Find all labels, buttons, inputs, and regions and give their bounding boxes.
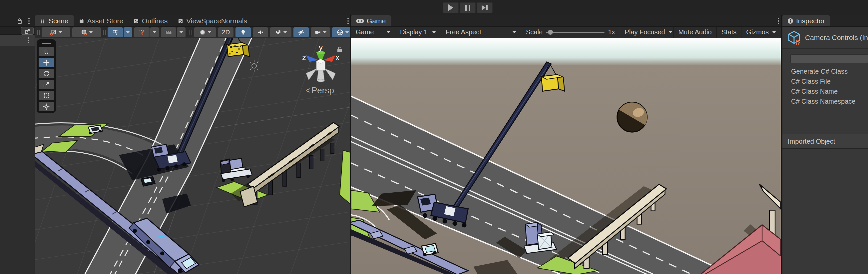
scene-panel-menu-icon[interactable] bbox=[346, 16, 350, 26]
tab-viewspacenormals[interactable]: ViewSpaceNormals bbox=[173, 15, 252, 26]
play-focused-dropdown[interactable]: Play Focused bbox=[620, 27, 674, 38]
script-asset-icon: {} bbox=[786, 30, 802, 45]
panel-menu-icon[interactable] bbox=[27, 16, 31, 26]
2d-button[interactable]: 2D bbox=[218, 27, 234, 37]
snap-increment-dropdown[interactable] bbox=[177, 27, 186, 37]
property-label: C# Class File bbox=[791, 78, 831, 85]
move-icon bbox=[43, 59, 50, 66]
2d-label: 2D bbox=[222, 29, 230, 36]
property-class-name[interactable]: C# Class Name bbox=[791, 86, 855, 96]
svg-text:Y: Y bbox=[116, 32, 118, 36]
property-label: C# Class Namespace bbox=[791, 98, 855, 105]
scene-viewport-canvas: y z x < Persp bbox=[35, 38, 350, 274]
pause-button[interactable] bbox=[460, 2, 476, 13]
panel-menu-icon[interactable] bbox=[26, 36, 31, 45]
aspect-dropdown[interactable]: Free Aspect bbox=[441, 27, 521, 38]
tool-handle-position-button[interactable] bbox=[42, 27, 70, 37]
pivot-icon bbox=[50, 29, 57, 36]
sphere[interactable] bbox=[617, 102, 647, 132]
hidden-objects-button[interactable] bbox=[293, 27, 309, 37]
maximize-panel-button[interactable] bbox=[21, 27, 34, 35]
rect-tool[interactable] bbox=[39, 91, 54, 100]
crane-crate[interactable] bbox=[541, 75, 564, 91]
snap-button[interactable] bbox=[134, 27, 150, 37]
tab-outlines[interactable]: Outlines bbox=[128, 15, 173, 26]
display-dropdown[interactable]: Display 1 bbox=[395, 27, 441, 38]
snap-magnet-icon bbox=[138, 29, 145, 36]
play-button[interactable] bbox=[443, 2, 459, 13]
asset-title: Camera Controls (In bbox=[805, 34, 868, 42]
chevron-down-icon bbox=[432, 31, 436, 33]
scale-slider-knob[interactable] bbox=[548, 30, 553, 35]
crane-crate[interactable] bbox=[227, 43, 249, 57]
gizmos-dropdown[interactable]: Gizmos bbox=[741, 27, 781, 38]
property-label: C# Class Name bbox=[791, 88, 838, 95]
game-target-dropdown[interactable]: Game bbox=[351, 27, 395, 38]
view-hand-tool[interactable] bbox=[39, 47, 54, 56]
toolbar-separator bbox=[103, 30, 105, 35]
tool-handle-rotation-button[interactable] bbox=[72, 27, 101, 37]
overlay-drag-handle[interactable] bbox=[42, 42, 51, 44]
property-list: Generate C# Class C# Class File C# Class… bbox=[791, 66, 855, 106]
globe-icon bbox=[81, 29, 87, 36]
step-button[interactable] bbox=[477, 2, 493, 13]
chevron-down-icon bbox=[58, 31, 62, 33]
aspect-label: Free Aspect bbox=[446, 28, 509, 36]
rotate-tool[interactable] bbox=[39, 69, 54, 78]
toolbar-grip[interactable] bbox=[37, 30, 40, 35]
game-panel-menu-icon[interactable] bbox=[776, 16, 781, 26]
scale-tool[interactable] bbox=[39, 80, 54, 89]
chevron-down-icon bbox=[89, 31, 93, 33]
effects-icon bbox=[275, 29, 281, 36]
chevron-down-icon bbox=[208, 31, 212, 33]
transport-controls bbox=[443, 2, 493, 13]
tab-scene[interactable]: Scene bbox=[35, 15, 73, 26]
audio-muted-icon bbox=[257, 29, 264, 36]
gizmo-y-label: y bbox=[319, 43, 323, 52]
scene-audio-button[interactable] bbox=[253, 27, 268, 37]
game-toolbar: Game Display 1 Free Aspect Scale 1x Play… bbox=[351, 27, 781, 38]
tab-inspector[interactable]: Inspector bbox=[782, 15, 830, 26]
toolbar-separator bbox=[189, 30, 192, 35]
shading-mode-button[interactable] bbox=[194, 27, 216, 37]
display-label: Display 1 bbox=[400, 28, 429, 36]
braces-glyph: {} bbox=[795, 38, 800, 45]
mute-audio-button[interactable]: Mute Audio bbox=[674, 27, 716, 38]
move-tool[interactable] bbox=[39, 58, 54, 67]
maximize-icon bbox=[24, 28, 30, 34]
chevron-down-icon bbox=[153, 31, 157, 33]
tab-label: Asset Store bbox=[87, 17, 124, 25]
stats-button[interactable]: Stats bbox=[717, 27, 741, 38]
tab-asset-store[interactable]: Asset Store bbox=[73, 15, 129, 26]
preview-icon bbox=[133, 18, 139, 24]
class-name-field[interactable] bbox=[790, 54, 868, 63]
tab-label: ViewSpaceNormals bbox=[186, 17, 247, 25]
chevron-down-icon bbox=[179, 31, 183, 33]
imported-object-section[interactable]: Imported Object bbox=[782, 134, 868, 149]
transform-tool[interactable] bbox=[39, 102, 54, 111]
tab-game[interactable]: Game bbox=[351, 15, 391, 26]
collapsed-panel-row bbox=[0, 27, 35, 35]
scene-lighting-button[interactable] bbox=[236, 27, 251, 37]
scene-viewport[interactable]: y z x < Persp bbox=[35, 38, 350, 274]
snap-increment-button[interactable] bbox=[161, 27, 176, 37]
property-class-file[interactable]: C# Class File bbox=[791, 76, 855, 86]
snap-dropdown[interactable] bbox=[150, 27, 159, 37]
point-light-gizmo[interactable] bbox=[158, 233, 165, 241]
scale-slider[interactable] bbox=[546, 32, 604, 33]
effects-button[interactable] bbox=[270, 27, 291, 37]
step-icon bbox=[482, 5, 488, 10]
grid-visibility-button[interactable]: Y bbox=[107, 27, 123, 37]
property-generate-class[interactable]: Generate C# Class bbox=[791, 66, 855, 76]
grid-visibility-dropdown[interactable] bbox=[124, 27, 132, 37]
game-viewport[interactable] bbox=[351, 38, 781, 274]
mute-audio-label: Mute Audio bbox=[679, 28, 712, 36]
game-viewport-canvas bbox=[351, 38, 781, 274]
scene-camera-button[interactable] bbox=[311, 27, 330, 37]
light-bulb-icon bbox=[240, 29, 246, 36]
property-class-namespace[interactable]: C# Class Namespace bbox=[791, 96, 855, 106]
persp-label[interactable]: Persp bbox=[311, 85, 334, 95]
gizmo-x-label: x bbox=[335, 53, 339, 62]
unlock-icon[interactable] bbox=[17, 18, 23, 24]
chevron-down-icon bbox=[126, 31, 130, 33]
